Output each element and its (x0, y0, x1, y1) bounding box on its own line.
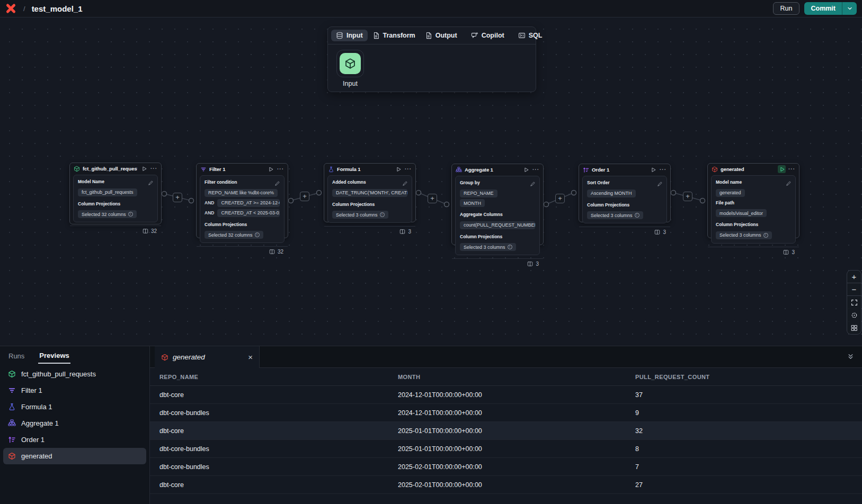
top-bar: / test_model_1 Run Commit (0, 0, 862, 17)
commit-dropdown-button[interactable] (842, 2, 857, 15)
list-item-generated[interactable]: generated (3, 448, 146, 464)
tab-previews[interactable]: Previews (38, 347, 70, 364)
edit-icon[interactable] (657, 179, 663, 185)
input-port[interactable] (572, 191, 576, 195)
output-port[interactable] (416, 191, 421, 195)
node-run-button[interactable] (140, 165, 148, 173)
cell-month: 2025-01-01T00:00:00+00:00 (398, 427, 635, 435)
node-run-button[interactable] (649, 166, 657, 174)
node-run-button[interactable] (778, 165, 786, 173)
node-aggregate-1[interactable]: Aggregate 1 ··· Group by REPO_NAME MONTH… (451, 164, 544, 245)
node-title: Order 1 (592, 167, 646, 173)
table-row[interactable]: dbt-core 2025-01-01T00:00:00+00:00 32 (150, 422, 862, 440)
tab-runs[interactable]: Runs (7, 348, 25, 363)
node-run-button[interactable] (394, 165, 402, 173)
input-port[interactable] (445, 202, 449, 207)
info-icon[interactable]: i (255, 232, 260, 237)
field-label: Column Projections (205, 222, 280, 227)
run-button[interactable]: Run (773, 2, 800, 15)
columns-icon (399, 229, 405, 235)
node-run-button[interactable] (266, 165, 274, 173)
node-menu-button[interactable]: ··· (532, 167, 539, 173)
node-menu-button[interactable]: ··· (788, 167, 795, 172)
node-formula-1[interactable]: Formula 1 ··· Added columns DATE_TRUNC('… (324, 163, 416, 222)
collapse-panel-button[interactable] (847, 353, 855, 363)
edit-icon[interactable] (786, 179, 792, 185)
info-icon[interactable]: i (380, 212, 385, 217)
edit-icon[interactable] (402, 179, 408, 185)
tab-input[interactable]: Input (331, 30, 368, 41)
minimap-button[interactable] (847, 321, 861, 334)
info-icon[interactable]: i (508, 245, 512, 249)
value-pill: Selected 3 columnsi (587, 211, 643, 219)
input-port[interactable] (189, 199, 194, 203)
table-row[interactable]: dbt-core 2024-12-01T00:00:00+00:00 37 (150, 386, 862, 404)
list-item-fct-github-pull-requests[interactable]: fct_github_pull_requests (3, 366, 146, 382)
table-row[interactable]: dbt-core-bundles 2025-01-01T00:00:00+00:… (150, 440, 862, 458)
column-header-pull-request-count: PULL_REQUEST_COUNT (635, 374, 862, 380)
add-node-button[interactable]: + (428, 194, 437, 203)
fit-view-button[interactable] (847, 296, 861, 309)
node-title: fct_github_pull_requests (83, 166, 137, 172)
cell-count: 7 (635, 463, 862, 471)
preview-main: generated × REPO_NAME MONTH PULL_REQUEST… (150, 346, 862, 504)
node-card: Group by REPO_NAME MONTH Aggregate Colum… (455, 176, 540, 255)
table-row[interactable]: dbt-core 2025-02-01T00:00:00+00:00 27 (150, 476, 862, 494)
node-fct-github-pull-requests[interactable]: fct_github_pull_requests ··· Model Name … (69, 163, 162, 224)
field-label: Column Projections (332, 202, 407, 207)
info-icon[interactable]: i (763, 233, 768, 238)
zoom-in-button[interactable]: + (847, 271, 861, 283)
table-row[interactable]: dbt-core-bundles 2025-02-01T00:00:00+00:… (150, 458, 862, 476)
tab-copilot[interactable]: Copilot (466, 30, 509, 41)
output-port[interactable] (544, 202, 549, 207)
value-pill: count(PULL_REQUEST_NUMBER) as ... (460, 221, 535, 229)
table-header: REPO_NAME MONTH PULL_REQUEST_COUNT (150, 368, 862, 386)
list-item-filter-1[interactable]: Filter 1 (3, 382, 146, 399)
value-pill: models/visual_editor (716, 209, 767, 217)
input-port[interactable] (700, 199, 705, 203)
table-row[interactable]: dbt-core-bundles 2024-12-01T00:00:00+00:… (150, 404, 862, 422)
list-item-formula-1[interactable]: Formula 1 (3, 399, 146, 415)
add-node-button[interactable]: + (555, 194, 565, 203)
edit-icon[interactable] (530, 179, 536, 185)
list-item-order-1[interactable]: Order 1 (3, 431, 146, 448)
node-order-1[interactable]: Order 1 ··· Sort Order Ascending MONTH C… (579, 164, 671, 222)
info-icon[interactable]: i (128, 212, 133, 217)
zoom-out-button[interactable]: − (847, 283, 861, 296)
field-label: Model Name (78, 179, 153, 184)
add-node-button[interactable]: + (683, 192, 692, 201)
locate-button[interactable] (847, 309, 861, 321)
column-count: 3 (536, 261, 539, 267)
node-menu-button[interactable]: ··· (277, 167, 284, 172)
value-pill: Selected 3 columnsi (716, 231, 772, 239)
node-filter-1[interactable]: Filter 1 ··· Filter condition REPO_NAME … (196, 163, 288, 238)
column-count: 3 (792, 249, 795, 255)
preview-tab-generated[interactable]: generated × (155, 346, 260, 368)
input-port[interactable] (317, 191, 322, 195)
node-run-button[interactable] (522, 166, 530, 174)
output-port[interactable] (671, 191, 676, 195)
cell-month: 2025-02-01T00:00:00+00:00 (398, 481, 635, 489)
node-generated[interactable]: generated ··· Model name generated File … (707, 163, 799, 238)
flask-icon (328, 166, 334, 173)
edit-icon[interactable] (148, 178, 154, 184)
tab-sql[interactable]: SQL (513, 30, 547, 41)
canvas[interactable]: + + + + + Input Transform Output Copilot… (0, 17, 862, 346)
commit-button[interactable]: Commit (804, 2, 842, 15)
canvas-controls: + − (847, 270, 861, 335)
field-label: Column Projections (587, 202, 662, 208)
input-node-tile[interactable] (336, 50, 364, 77)
output-port[interactable] (289, 199, 294, 203)
tab-output[interactable]: Output (420, 30, 462, 41)
list-item-aggregate-1[interactable]: Aggregate 1 (3, 415, 146, 431)
edit-icon[interactable] (274, 179, 280, 185)
node-menu-button[interactable]: ··· (150, 166, 157, 172)
add-node-button[interactable]: + (173, 193, 182, 202)
node-menu-button[interactable]: ··· (405, 167, 412, 172)
tab-transform[interactable]: Transform (368, 30, 420, 41)
info-icon[interactable]: i (635, 213, 639, 218)
node-menu-button[interactable]: ··· (660, 167, 667, 173)
add-node-button[interactable]: + (300, 192, 309, 201)
close-icon[interactable]: × (248, 353, 253, 361)
output-port[interactable] (162, 192, 167, 196)
